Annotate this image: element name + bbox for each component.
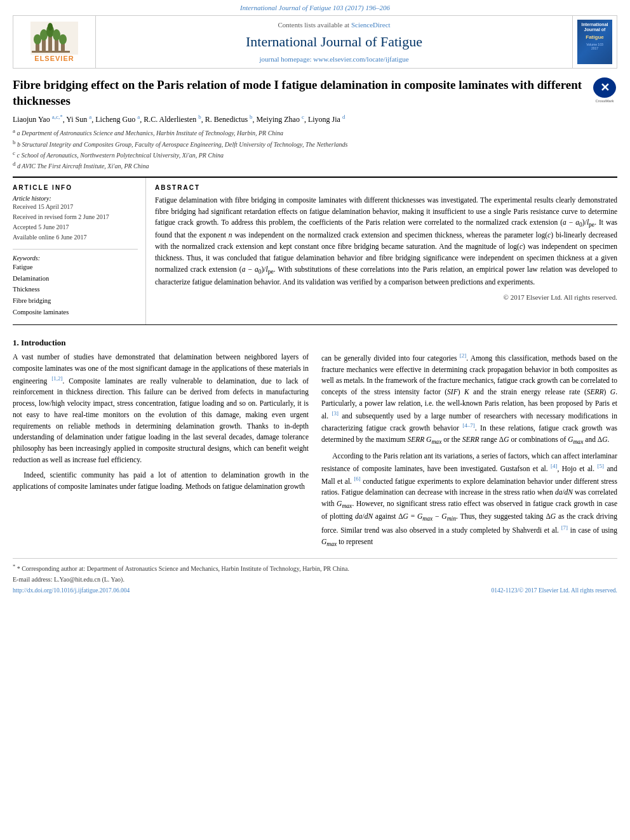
intro-left-p2: Indeed, scientific community has paid a … xyxy=(13,470,309,493)
doi-link[interactable]: http://dx.doi.org/10.1016/j.ijfatigue.20… xyxy=(13,587,130,594)
corresponding-author-note: * * Corresponding author at: Department … xyxy=(13,563,617,584)
issn-text: 0142-1123/© 2017 Elsevier Ltd. All right… xyxy=(492,587,617,594)
received-revised-date: Received in revised form 2 June 2017 xyxy=(13,212,138,222)
info-divider xyxy=(13,249,138,250)
email-note: E-mail address: L.Yao@hit.edu.cn (L. Yao… xyxy=(13,576,124,583)
thumb-text: International Journal of xyxy=(579,22,611,33)
svg-point-10 xyxy=(59,34,67,44)
intro-right-p1: can be generally divided into four categ… xyxy=(321,352,617,447)
article-title-text: Fibre bridging effect on the Paris relat… xyxy=(13,77,586,109)
article-info-abstract-area: ARTICLE INFO Article history: Received 1… xyxy=(13,177,617,325)
abstract-text: Fatigue delamination with fibre bridging… xyxy=(155,195,617,288)
journal-thumbnail: International Journal of Fatigue Volume … xyxy=(577,20,612,64)
abstract-column: ABSTRACT Fatigue delamination with fibre… xyxy=(146,178,617,324)
keyword-fatigue: Fatigue xyxy=(13,262,138,273)
journal-header-box: ELSEVIER Contents lists available at Sci… xyxy=(13,15,617,69)
crossmark-icon: ✕ xyxy=(593,77,616,98)
crossmark-badge[interactable]: ✕ CrossMark xyxy=(592,77,617,103)
abstract-label: ABSTRACT xyxy=(155,184,617,191)
received-date: Received 15 April 2017 xyxy=(13,202,138,212)
intro-left-p1: A vast number of studies have demonstrat… xyxy=(13,352,309,466)
available-date: Available online 6 June 2017 xyxy=(13,232,138,243)
article-info-label: ARTICLE INFO xyxy=(13,184,138,191)
journal-homepage-link[interactable]: journal homepage: www.elsevier.com/locat… xyxy=(259,55,408,63)
authors-line: Liaojun Yao a,c,*, Yi Sun a, Licheng Guo… xyxy=(13,114,617,124)
footer-area: * * Corresponding author at: Department … xyxy=(13,558,617,593)
elsevier-tree-icon xyxy=(30,22,78,55)
keyword-composite-laminates: Composite laminates xyxy=(13,307,138,318)
article-main-title: Fibre bridging effect on the Paris relat… xyxy=(13,77,586,109)
crossmark-label: CrossMark xyxy=(595,99,613,103)
authors-text: Liaojun Yao a,c,*, Yi Sun a, Licheng Guo… xyxy=(13,115,345,124)
affiliation-b: b b Structural Integrity and Composites … xyxy=(13,138,617,149)
copyright-line: © 2017 Elsevier Ltd. All rights reserved… xyxy=(155,293,617,301)
intro-right-p2: According to the Paris relation ant its … xyxy=(321,451,617,549)
svg-rect-12 xyxy=(32,51,70,53)
thumb-fatigue: Fatigue xyxy=(586,34,603,40)
footer-links: http://dx.doi.org/10.1016/j.ijfatigue.20… xyxy=(13,587,617,594)
intro-right-col: can be generally divided into four categ… xyxy=(321,352,617,553)
affiliation-d: d d AVIC The First Aircraft Institute, X… xyxy=(13,160,617,171)
article-info-column: ARTICLE INFO Article history: Received 1… xyxy=(13,178,146,324)
science-direct-link: Contents lists available at ScienceDirec… xyxy=(278,21,390,29)
journal-citation: International Journal of Fatigue 103 (20… xyxy=(240,4,390,11)
keyword-fibre-bridging: Fibre bridging xyxy=(13,295,138,307)
keyword-delamination: Delamination xyxy=(13,273,138,284)
journal-header-right: International Journal of Fatigue Volume … xyxy=(572,16,617,68)
elsevier-text-label: ELSEVIER xyxy=(34,55,74,62)
affiliations: a a Department of Astronautics Science a… xyxy=(13,127,617,171)
journal-homepage: journal homepage: www.elsevier.com/locat… xyxy=(259,55,408,63)
affiliation-a: a a Department of Astronautics Science a… xyxy=(13,127,617,138)
introduction-heading: 1. Introduction xyxy=(13,338,617,348)
history-label: Article history: xyxy=(13,195,138,202)
article-title-section: Fibre bridging effect on the Paris relat… xyxy=(13,77,617,109)
main-body: 1. Introduction A vast number of studies… xyxy=(13,325,617,553)
journal-header-center: Contents lists available at ScienceDirec… xyxy=(96,16,572,68)
journal-top-bar: International Journal of Fatigue 103 (20… xyxy=(0,0,630,13)
keywords-section: Keywords: Fatigue Delamination Thickness… xyxy=(13,255,138,318)
science-direct-anchor[interactable]: ScienceDirect xyxy=(351,21,391,29)
page-wrapper: International Journal of Fatigue 103 (20… xyxy=(0,0,630,840)
svg-point-11 xyxy=(48,23,53,30)
accepted-date: Accepted 5 June 2017 xyxy=(13,222,138,232)
article-history: Article history: Received 15 April 2017 … xyxy=(13,195,138,243)
elsevier-logo: ELSEVIER xyxy=(30,22,78,62)
journal-title-main: International Journal of Fatigue xyxy=(246,34,422,50)
keywords-label: Keywords: xyxy=(13,255,138,262)
thumb-volume: Volume 1032017 xyxy=(586,43,603,51)
affiliation-c: c c School of Aeronautics, Northwestern … xyxy=(13,149,617,160)
intro-left-col: A vast number of studies have demonstrat… xyxy=(13,352,309,553)
keyword-thickness: Thickness xyxy=(13,284,138,295)
elsevier-logo-area: ELSEVIER xyxy=(13,16,96,68)
introduction-two-col: A vast number of studies have demonstrat… xyxy=(13,352,617,553)
